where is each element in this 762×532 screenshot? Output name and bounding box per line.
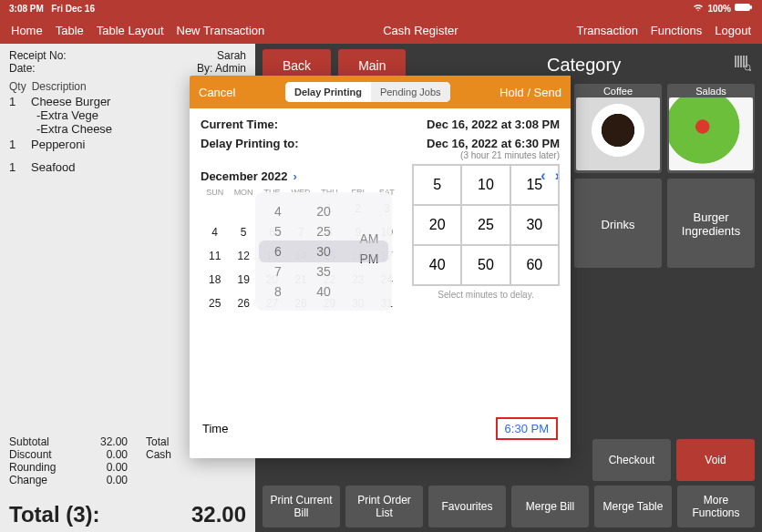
nav-table[interactable]: Table (56, 24, 84, 37)
nav-functions[interactable]: Functions (651, 24, 702, 37)
seg-pending-jobs[interactable]: Pending Jobs (371, 82, 450, 102)
calendar-day[interactable]: 25 (201, 292, 229, 315)
calendar-day[interactable]: 5 (229, 220, 257, 244)
server-name: Sarah (217, 49, 246, 62)
delay-50[interactable]: 50 (461, 245, 510, 285)
checkout-button[interactable]: Checkout (592, 439, 671, 481)
print-current-bill-button[interactable]: Print Current Bill (263, 486, 340, 527)
receipt-no-label: Receipt No: (9, 49, 67, 62)
time-picker[interactable]: 4 5 6 7 8 20 25 30 35 40 AM PM (255, 192, 392, 311)
later-note: (3 hour 21 minutes later) (201, 150, 560, 160)
salad-image (669, 97, 753, 170)
nav-table-layout[interactable]: Table Layout (97, 24, 164, 37)
battery-pct: 100% (707, 4, 731, 14)
merge-bill-button[interactable]: Merge Bill (511, 486, 589, 527)
calendar-day[interactable]: 12 (229, 244, 257, 268)
svg-rect-0 (735, 4, 750, 11)
calendar-month[interactable]: December 2022 (201, 169, 287, 183)
merge-table-button[interactable]: Merge Table (594, 486, 672, 527)
delay-30[interactable]: 30 (510, 205, 559, 245)
svg-rect-1 (750, 5, 752, 9)
barcode-icon[interactable] (735, 55, 751, 71)
calendar-day[interactable]: 26 (229, 292, 257, 315)
delay-to-value: Dec 16, 2022 at 6:30 PM (427, 137, 560, 150)
chevron-right-icon[interactable]: › (293, 169, 296, 183)
delay-60[interactable]: 60 (510, 245, 559, 285)
favourites-button[interactable]: Favourites (428, 486, 506, 527)
void-button[interactable]: Void (676, 439, 755, 481)
delay-5[interactable]: 5 (413, 165, 461, 205)
top-nav: Home Table Table Layout New Transaction … (0, 16, 762, 44)
calendar-day[interactable]: 19 (229, 268, 257, 292)
nav-home[interactable]: Home (11, 24, 43, 37)
category-header: Category (547, 55, 621, 76)
delay-15[interactable]: 15 (510, 165, 559, 205)
delay-printing-modal: Cancel Delay Printing Pending Jobs Hold … (190, 76, 571, 458)
delay-40[interactable]: 40 (413, 245, 461, 285)
calendar-day[interactable]: 18 (201, 268, 229, 292)
grand-total: Total (3): 32.00 (9, 502, 246, 527)
category-drinks[interactable]: Drinks (574, 179, 662, 268)
nav-new-transaction[interactable]: New Transaction (177, 24, 265, 37)
category-burger-ingredients[interactable]: Burger Ingredients (667, 179, 755, 268)
calendar-day[interactable]: 11 (201, 244, 229, 268)
status-bar: 3:08 PM Fri Dec 16 100% (0, 0, 762, 16)
time-label: Time (202, 422, 228, 435)
seg-delay-printing[interactable]: Delay Printing (285, 82, 371, 102)
battery-icon (735, 3, 753, 14)
category-salads[interactable]: Salads (667, 84, 755, 173)
category-coffee[interactable]: Coffee (574, 84, 662, 173)
by-label: By: (197, 62, 212, 75)
col-qty: Qty (9, 80, 26, 93)
by-value: Admin (215, 62, 246, 75)
status-time: 3:08 PM (9, 4, 44, 14)
print-order-list-button[interactable]: Print Order List (345, 486, 423, 527)
time-value-box[interactable]: 6:30 PM (496, 417, 558, 440)
date-label: Date: (9, 62, 36, 75)
coffee-image (576, 97, 660, 170)
nav-logout[interactable]: Logout (715, 24, 751, 37)
calendar-day[interactable] (229, 197, 257, 220)
current-time-value: Dec 16, 2022 at 3:08 PM (427, 118, 560, 131)
more-functions-button[interactable]: More Functions (677, 486, 755, 527)
calendar-day[interactable] (201, 197, 229, 220)
wifi-icon (693, 3, 704, 14)
col-desc: Description (32, 80, 87, 93)
nav-title: Cash Register (383, 24, 458, 37)
delay-minutes-grid: 5 10 15 20 25 30 40 50 60 Select minutes… (412, 164, 560, 300)
segmented-control[interactable]: Delay Printing Pending Jobs (285, 82, 450, 102)
calendar-day[interactable]: 4 (201, 220, 229, 244)
nav-transaction[interactable]: Transaction (576, 24, 637, 37)
delay-note: Select minutes to delay. (412, 290, 560, 300)
delay-20[interactable]: 20 (413, 205, 461, 245)
current-time-label: Current Time: (201, 118, 278, 131)
delay-10[interactable]: 10 (461, 165, 510, 205)
delay-to-label: Delay Printing to: (201, 137, 299, 150)
cancel-button[interactable]: Cancel (199, 86, 235, 99)
status-day: Fri Dec 16 (51, 4, 95, 14)
delay-25[interactable]: 25 (461, 205, 510, 245)
hold-send-button[interactable]: Hold / Send (499, 86, 561, 99)
svg-line-8 (749, 69, 751, 71)
